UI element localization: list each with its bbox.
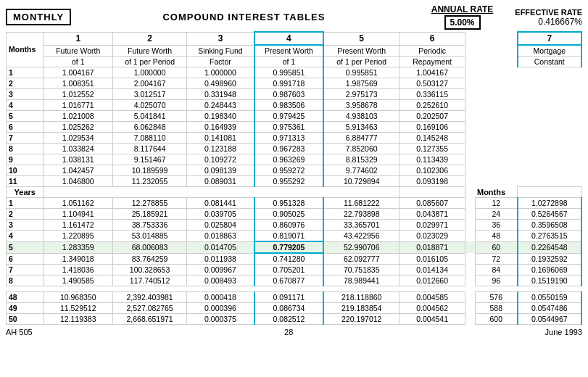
row-c6: 0.102306	[399, 165, 465, 176]
row-c4: 0.963269	[254, 154, 323, 165]
row-c3: 0.123188	[187, 144, 254, 154]
row-c7: 1.0272898	[518, 198, 581, 209]
row-c4: 0.779205	[254, 241, 323, 253]
row-c7: 0.3596508	[518, 220, 581, 231]
row-c6: 0.085607	[399, 198, 465, 209]
row-c7n: 588	[475, 303, 517, 314]
row-n: 4	[7, 100, 44, 111]
row-c1: 1.021008	[44, 111, 112, 122]
row-c1: 1.051162	[44, 198, 112, 209]
footer: AH 505 28 June 1993	[6, 328, 582, 336]
yearly-bottom-row: 50 12.119383 2,668.651971 0.000375 0.082…	[7, 314, 582, 325]
months-right-label: Months	[465, 187, 517, 198]
monthly-row: 6 1.025262 6.062848 0.164939 0.975361 5.…	[7, 122, 582, 133]
monthly-label: MONTHLY	[6, 9, 71, 25]
row-c4: 0.959272	[254, 165, 323, 176]
row-c5: 11.681222	[323, 198, 399, 209]
row-c4: 0.975361	[254, 122, 323, 133]
row-c7: 0.2264548	[518, 241, 581, 253]
row-c1: 11.529512	[44, 303, 112, 314]
row-c2: 8.117644	[112, 144, 186, 154]
row-c1: 1.038131	[44, 154, 112, 165]
row-c2: 12.278855	[112, 198, 186, 209]
row-n: 8	[7, 144, 44, 154]
row-c5: 9.774602	[323, 165, 399, 176]
row-n: 1	[7, 198, 44, 209]
row-c7: 0.0547486	[518, 303, 581, 314]
row-c2: 5.041841	[112, 111, 186, 122]
row-c5: 1.987569	[323, 78, 399, 89]
row-c7: 0.2763515	[518, 231, 581, 242]
row-c6: 0.043871	[399, 209, 465, 220]
row-c1: 1.042457	[44, 165, 112, 176]
row-c5: 33.365701	[323, 220, 399, 231]
col-header-row1: Future Worth Future Worth Sinking Fund P…	[7, 45, 582, 57]
row-c4: 0.086734	[254, 303, 323, 314]
yearly-row: 5 1.283359 68.006083 0.014705 0.779205 5…	[7, 241, 582, 253]
col1-h1: Future Worth	[44, 45, 112, 57]
row-c4: 0.983506	[254, 100, 323, 111]
row-n: 48	[7, 292, 44, 303]
row-c1: 1.029534	[44, 133, 112, 144]
row-c5: 52.990706	[323, 241, 399, 253]
row-c1: 10.968350	[44, 292, 112, 303]
row-c7n: 96	[475, 276, 517, 286]
row-n: 2	[7, 78, 44, 89]
row-c5: 0.995851	[323, 67, 399, 78]
row-c3: 0.014705	[187, 241, 254, 253]
row-c1: 1.016771	[44, 100, 112, 111]
col4-h1: Present Worth	[254, 45, 323, 57]
row-c1: 1.490585	[44, 276, 112, 286]
monthly-row: 8 1.033824 8.117644 0.123188 0.967283 7.…	[7, 144, 582, 154]
row-c2: 2,527.082765	[112, 303, 186, 314]
yearly-row: 7 1.418036 100.328653 0.009967 0.705201 …	[7, 265, 582, 276]
page: MONTHLY COMPOUND INTEREST TABLES ANNUAL …	[0, 0, 588, 377]
annual-rate-label: ANNUAL RATE	[431, 4, 494, 14]
row-c6: 0.503127	[399, 78, 465, 89]
row-c1: 1.104941	[44, 209, 112, 220]
row-n: 2	[7, 209, 44, 220]
yearly-row: 1 1.051162 12.278855 0.081441 0.951328 1…	[7, 198, 582, 209]
row-c2: 2,392.403981	[112, 292, 186, 303]
row-c7: 0.1696069	[518, 265, 581, 276]
annual-rate-block: ANNUAL RATE 5.00%	[431, 4, 494, 30]
row-c5: 3.958678	[323, 100, 399, 111]
row-c6: 0.113439	[399, 154, 465, 165]
row-c5: 62.092777	[323, 253, 399, 265]
row-c4: 0.967283	[254, 144, 323, 154]
row-c6: 0.093198	[399, 176, 465, 187]
row-c3: 0.198340	[187, 111, 254, 122]
row-c3: 0.009967	[187, 265, 254, 276]
row-c7n: 576	[475, 292, 517, 303]
row-c5: 218.118860	[323, 292, 399, 303]
col-number-row: Months 1 2 3 4 5 6 7	[7, 32, 582, 45]
row-c3: 0.164939	[187, 122, 254, 133]
col7-h2: Constant	[518, 57, 581, 67]
row-c6: 0.029971	[399, 220, 465, 231]
effective-rate-label: EFFECTIVE RATE	[515, 8, 582, 17]
header: MONTHLY COMPOUND INTEREST TABLES ANNUAL …	[6, 4, 582, 30]
row-c7: 0.0544967	[518, 314, 581, 325]
row-c3: 0.039705	[187, 209, 254, 220]
row-c4: 0.705201	[254, 265, 323, 276]
row-c6: 0.023029	[399, 231, 465, 242]
row-n: 11	[7, 176, 44, 187]
row-c3: 1.000000	[187, 67, 254, 78]
row-c3: 0.498960	[187, 78, 254, 89]
col6-h1: Periodic	[399, 45, 465, 57]
monthly-row: 9 1.038131 9.151467 0.109272 0.963269 8.…	[7, 154, 582, 165]
row-n: 9	[7, 154, 44, 165]
row-c1: 1.033824	[44, 144, 112, 154]
col6-num: 6	[399, 32, 465, 45]
row-c4: 0.082512	[254, 314, 323, 325]
col4-h2: of 1	[254, 57, 323, 67]
col7-num: 7	[518, 32, 581, 45]
col5-num: 5	[323, 32, 399, 45]
row-c6: 0.145248	[399, 133, 465, 144]
row-n: 3	[7, 220, 44, 231]
row-c4: 0.819071	[254, 231, 323, 242]
row-c4: 0.955292	[254, 176, 323, 187]
row-n: 8	[7, 276, 44, 286]
row-c6: 0.018871	[399, 241, 465, 253]
row-c6: 0.336115	[399, 89, 465, 100]
